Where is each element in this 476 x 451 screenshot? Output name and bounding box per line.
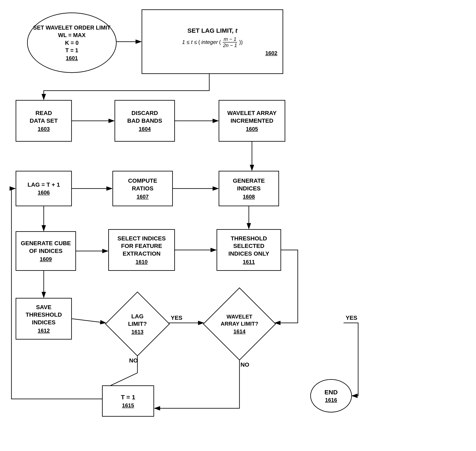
- node-1604-label: DISCARDBAD BANDS: [127, 109, 162, 125]
- node-1613: LAGLIMIT? 1613: [105, 292, 170, 356]
- node-1607-ref: 1607: [136, 194, 149, 200]
- node-1605: WAVELET ARRAYINCREMENTED 1605: [219, 100, 285, 142]
- node-1614-ref: 1614: [221, 328, 258, 335]
- node-1601-label: SET WAVELET ORDER LIMIT WL = MAX K = 0 T…: [33, 24, 111, 54]
- node-1615: T = 1 1615: [102, 385, 154, 417]
- node-1610-label: SELECT INDICESFOR FEATUREEXTRACTION: [117, 235, 166, 257]
- node-1614-label: WAVELETARRAY LIMIT?: [221, 313, 258, 327]
- svg-text:YES: YES: [171, 314, 182, 321]
- node-1606-ref: 1606: [38, 189, 50, 196]
- node-1609: GENERATE CUBEOF INDICES 1609: [16, 231, 76, 271]
- node-1606-label: LAG = T + 1: [27, 181, 60, 188]
- node-1601-ref: 1601: [66, 55, 78, 62]
- node-1612: SAVETHRESHOLDINDICES 1612: [16, 298, 72, 339]
- svg-text:NO: NO: [241, 361, 249, 368]
- node-1606: LAG = T + 1 1606: [16, 171, 72, 206]
- node-1603-ref: 1603: [38, 126, 50, 132]
- node-1615-ref: 1615: [122, 402, 134, 409]
- node-1604-ref: 1604: [139, 126, 151, 132]
- node-1605-ref: 1605: [246, 126, 258, 132]
- node-1611-ref: 1611: [243, 259, 255, 265]
- node-1602: SET LAG LIMIT, t 1 ≤ t ≤ ( integer ( m −…: [142, 9, 283, 74]
- node-1605-label: WAVELET ARRAYINCREMENTED: [227, 109, 277, 125]
- node-1602-title: SET LAG LIMIT, t: [187, 27, 237, 34]
- node-1610: SELECT INDICESFOR FEATUREEXTRACTION 1610: [108, 229, 175, 271]
- node-1613-ref: 1613: [128, 329, 147, 335]
- node-1604: DISCARDBAD BANDS 1604: [115, 100, 175, 142]
- node-1607: COMPUTERATIOS 1607: [112, 171, 173, 206]
- svg-text:YES: YES: [346, 314, 357, 321]
- node-1613-label: LAGLIMIT?: [128, 313, 147, 328]
- node-1609-ref: 1609: [40, 256, 52, 263]
- node-1616: END 1616: [310, 379, 352, 413]
- node-1615-label: T = 1: [121, 394, 135, 401]
- node-1611-label: THRESHOLDSELECTEDINDICES ONLY: [229, 235, 269, 257]
- node-1608: GENERATEINDICES 1608: [219, 171, 279, 206]
- node-1612-ref: 1612: [38, 327, 50, 334]
- node-1611: THRESHOLDSELECTEDINDICES ONLY 1611: [216, 229, 281, 271]
- svg-line-12: [72, 319, 106, 323]
- node-1608-ref: 1608: [243, 194, 255, 200]
- node-1610-ref: 1610: [136, 259, 148, 265]
- node-1609-label: GENERATE CUBEOF INDICES: [21, 239, 71, 255]
- node-1607-label: COMPUTERATIOS: [128, 177, 157, 192]
- svg-text:NO: NO: [129, 357, 138, 364]
- node-1614: WAVELETARRAY LIMIT? 1614: [203, 292, 276, 356]
- node-1603-label: READDATA SET: [30, 109, 58, 125]
- node-1616-ref: 1616: [325, 397, 337, 403]
- node-1601: SET WAVELET ORDER LIMIT WL = MAX K = 0 T…: [27, 13, 117, 73]
- node-1616-label: END: [324, 388, 338, 396]
- node-1602-formula: 1 ≤ t ≤ ( integer ( m − 1 2n − 1 )): [182, 36, 243, 48]
- node-1602-ref: 1602: [265, 50, 277, 56]
- node-1612-label: SAVETHRESHOLDINDICES: [26, 304, 62, 326]
- node-1603: READDATA SET 1603: [16, 100, 72, 142]
- node-1608-label: GENERATEINDICES: [233, 177, 265, 192]
